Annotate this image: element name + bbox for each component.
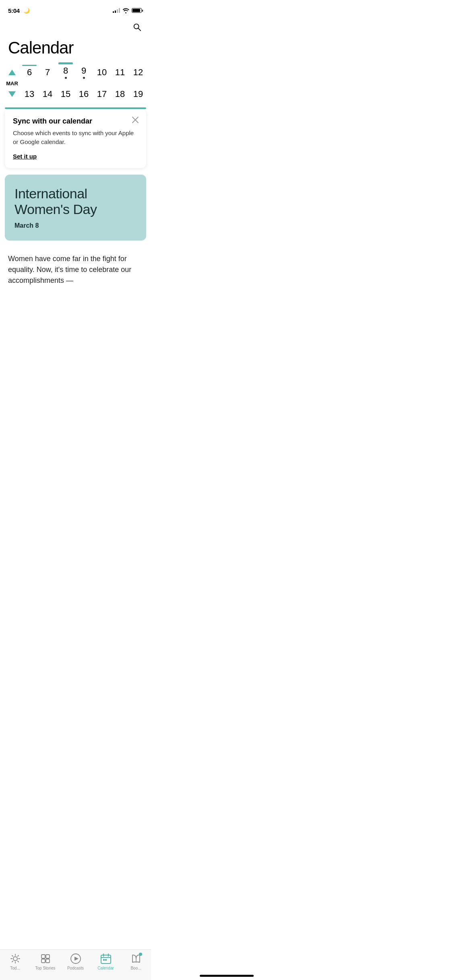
day-14[interactable]: 14	[39, 89, 56, 99]
day-10[interactable]: 10	[94, 67, 110, 78]
wifi-icon	[122, 8, 129, 13]
svg-line-1	[138, 28, 141, 31]
day-11[interactable]: 11	[112, 67, 128, 78]
month-label: MAR	[5, 80, 19, 86]
sync-card-title: Sync with our calendar	[13, 117, 138, 126]
calendar-strip: 6 7 8 9 10 11 12 MAR 13 14 15 16 17	[0, 64, 151, 101]
status-icons	[113, 8, 143, 13]
status-time: 5:04	[8, 7, 20, 14]
set-it-up-link[interactable]: Set it up	[13, 153, 37, 160]
battery-icon	[132, 8, 143, 13]
day-6[interactable]: 6	[21, 67, 37, 78]
close-icon	[131, 115, 140, 124]
day-7[interactable]: 7	[39, 67, 56, 78]
week-row-bottom: 13 14 15 16 17 18 19	[5, 87, 146, 101]
week-row-top: 6 7 8 9 10 11 12	[5, 64, 146, 80]
day-12[interactable]: 12	[130, 67, 146, 78]
article-text: Women have come far in the fight for equ…	[0, 247, 151, 294]
search-icon	[132, 23, 141, 31]
moon-icon: 🌙	[23, 8, 30, 14]
search-button[interactable]	[131, 21, 143, 34]
day-18[interactable]: 18	[112, 89, 128, 99]
status-bar: 5:04 🌙	[0, 0, 151, 18]
sync-card: Sync with our calendar Choose which even…	[5, 109, 146, 168]
day-16[interactable]: 16	[76, 89, 92, 99]
prev-week-button[interactable]	[5, 70, 19, 75]
page-title: Calendar	[0, 36, 151, 64]
sync-card-desc: Choose which events to sync with your Ap…	[13, 129, 138, 146]
event-title: International Women's Day	[14, 186, 137, 217]
close-sync-card-button[interactable]	[131, 115, 140, 126]
day-9[interactable]: 9	[76, 66, 92, 79]
signal-icon	[113, 8, 120, 13]
search-row	[0, 18, 151, 36]
day-13[interactable]: 13	[21, 89, 37, 99]
day-15[interactable]: 15	[58, 89, 74, 99]
event-card[interactable]: International Women's Day March 8	[5, 175, 146, 241]
day-8[interactable]: 8	[58, 66, 74, 79]
event-date: March 8	[14, 222, 137, 229]
day-19[interactable]: 19	[130, 89, 146, 99]
next-week-button[interactable]	[5, 91, 19, 97]
day-17[interactable]: 17	[94, 89, 110, 99]
